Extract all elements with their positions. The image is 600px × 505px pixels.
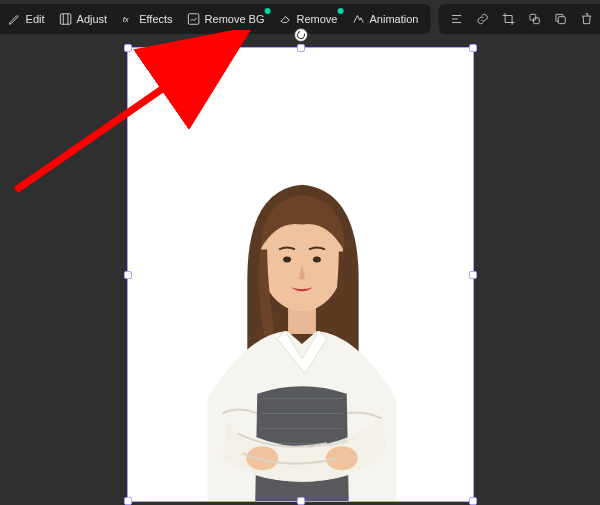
adjust-button[interactable]: Adjust bbox=[53, 8, 114, 30]
new-badge-icon bbox=[265, 8, 271, 14]
effects-button[interactable]: fx Effects bbox=[115, 8, 178, 30]
svg-point-16 bbox=[326, 446, 358, 470]
layers-icon bbox=[527, 12, 541, 26]
resize-handle-br[interactable] bbox=[469, 497, 477, 505]
toolbar-right-group bbox=[438, 4, 600, 34]
eraser-icon bbox=[279, 12, 293, 26]
align-button[interactable] bbox=[444, 8, 468, 30]
svg-rect-4 bbox=[188, 14, 199, 25]
svg-point-13 bbox=[283, 256, 291, 262]
crop-icon bbox=[501, 12, 515, 26]
resize-handle-t[interactable] bbox=[297, 44, 305, 52]
toolbar-main-group: Edit Adjust fx Effects Remove BG R bbox=[0, 4, 430, 34]
edit-label: Edit bbox=[26, 13, 45, 25]
new-badge-icon bbox=[337, 8, 343, 14]
rotate-handle[interactable] bbox=[294, 28, 308, 42]
svg-text:fx: fx bbox=[122, 15, 129, 24]
remove-bg-icon bbox=[187, 12, 201, 26]
remove-label: Remove bbox=[297, 13, 338, 25]
fx-icon: fx bbox=[121, 12, 135, 26]
svg-rect-9 bbox=[533, 18, 539, 24]
resize-handle-tr[interactable] bbox=[469, 44, 477, 52]
remove-bg-button[interactable]: Remove BG bbox=[181, 8, 271, 30]
effects-label: Effects bbox=[139, 13, 172, 25]
resize-handle-r[interactable] bbox=[469, 271, 477, 279]
remove-button[interactable]: Remove bbox=[273, 8, 344, 30]
svg-rect-0 bbox=[60, 14, 71, 25]
animation-icon bbox=[351, 12, 365, 26]
pencil-icon bbox=[8, 12, 22, 26]
resize-handle-l[interactable] bbox=[124, 271, 132, 279]
remove-bg-label: Remove BG bbox=[205, 13, 265, 25]
svg-point-15 bbox=[246, 446, 278, 470]
layers-button[interactable] bbox=[522, 8, 546, 30]
crop-button[interactable] bbox=[496, 8, 520, 30]
svg-point-14 bbox=[313, 256, 321, 262]
edit-button[interactable]: Edit bbox=[2, 8, 51, 30]
image-content bbox=[128, 160, 473, 501]
delete-button[interactable] bbox=[574, 8, 598, 30]
adjust-icon bbox=[59, 12, 73, 26]
selection-box bbox=[127, 47, 474, 502]
resize-handle-tl[interactable] bbox=[124, 44, 132, 52]
resize-handle-bl[interactable] bbox=[124, 497, 132, 505]
align-icon bbox=[449, 12, 463, 26]
duplicate-icon bbox=[553, 12, 567, 26]
trash-icon bbox=[579, 12, 593, 26]
canvas-selection[interactable] bbox=[127, 47, 474, 502]
animation-label: Animation bbox=[369, 13, 418, 25]
resize-handle-b[interactable] bbox=[297, 497, 305, 505]
adjust-label: Adjust bbox=[77, 13, 108, 25]
animation-button[interactable]: Animation bbox=[345, 8, 424, 30]
link-button[interactable] bbox=[470, 8, 494, 30]
duplicate-button[interactable] bbox=[548, 8, 572, 30]
svg-rect-10 bbox=[558, 17, 565, 24]
svg-rect-8 bbox=[530, 14, 536, 20]
link-icon bbox=[475, 12, 489, 26]
